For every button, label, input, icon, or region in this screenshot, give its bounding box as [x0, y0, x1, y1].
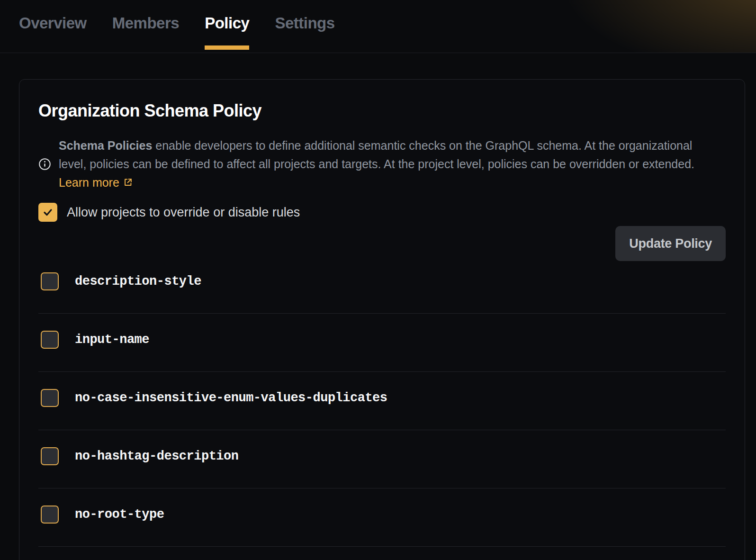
policy-card: Organization Schema Policy Schema Polici…	[19, 79, 745, 560]
allow-override-label: Allow projects to override or disable ru…	[67, 205, 300, 220]
policy-description-text: Schema Policies enable developers to def…	[59, 136, 708, 192]
description-lead: Schema Policies	[59, 139, 152, 152]
tab-members[interactable]: Members	[112, 14, 179, 50]
allow-override-checkbox[interactable]	[38, 203, 57, 222]
actions-row: Update Policy	[38, 226, 726, 261]
rule-name: input-name	[75, 333, 149, 347]
rule-checkbox[interactable]	[41, 272, 59, 290]
rule-row-no-root-type: no-root-type	[38, 488, 726, 547]
rule-checkbox[interactable]	[41, 447, 59, 465]
learn-more-link[interactable]: Learn more	[59, 176, 133, 189]
allow-override-row[interactable]: Allow projects to override or disable ru…	[38, 203, 300, 222]
page-title: Organization Schema Policy	[38, 101, 726, 121]
rule-checkbox[interactable]	[41, 506, 59, 524]
rule-checkbox[interactable]	[41, 389, 59, 407]
rules-list: description-style input-name no-case-ins…	[38, 272, 726, 547]
description-body: enable developers to define additional s…	[59, 139, 694, 171]
tab-settings[interactable]: Settings	[275, 14, 334, 50]
rule-name: no-root-type	[75, 507, 164, 522]
external-link-icon	[123, 177, 133, 188]
rule-name: no-case-insensitive-enum-values-duplicat…	[75, 391, 387, 405]
update-policy-button[interactable]: Update Policy	[615, 226, 726, 261]
tab-label: Settings	[275, 14, 334, 32]
main-content: Organization Schema Policy Schema Polici…	[0, 53, 756, 560]
tab-label: Members	[112, 14, 179, 32]
tab-label: Overview	[19, 14, 87, 32]
tab-bar: Overview Members Policy Settings	[0, 0, 756, 50]
tab-overview[interactable]: Overview	[19, 14, 87, 50]
check-icon	[42, 207, 54, 218]
rule-name: description-style	[75, 274, 201, 289]
rule-row-no-case-insensitive-enum-values-duplicates: no-case-insensitive-enum-values-duplicat…	[38, 372, 726, 430]
tab-policy[interactable]: Policy	[205, 14, 249, 50]
rule-checkbox[interactable]	[41, 331, 59, 349]
policy-description-callout: Schema Policies enable developers to def…	[38, 136, 726, 192]
rule-row-description-style: description-style	[38, 272, 726, 314]
rule-name: no-hashtag-description	[75, 449, 238, 463]
tab-label: Policy	[205, 14, 249, 32]
rule-row-input-name: input-name	[38, 314, 726, 372]
rule-row-no-hashtag-description: no-hashtag-description	[38, 430, 726, 488]
info-icon[interactable]	[38, 158, 51, 171]
top-header: Overview Members Policy Settings	[0, 0, 756, 53]
